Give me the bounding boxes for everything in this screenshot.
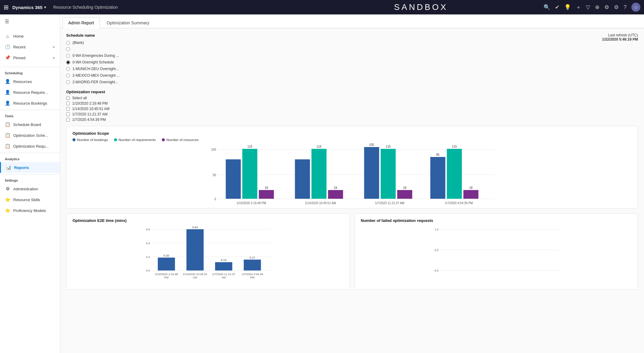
sidebar-item-resource-skills[interactable]: ⭐ Resource Skills xyxy=(0,194,60,205)
tab-optimization-summary[interactable]: Optimization Summary xyxy=(101,17,155,28)
optimization-request-label: Optimization request xyxy=(66,90,132,94)
checkbox-select-all[interactable]: Select all xyxy=(66,95,132,101)
check-icon[interactable]: ✔ xyxy=(555,4,559,11)
resource-skills-icon: ⭐ xyxy=(5,197,10,202)
legend-bookings-dot xyxy=(72,138,75,141)
sidebar-item-label: Recent xyxy=(13,45,50,49)
sidebar-item-schedule-board[interactable]: 📋 Schedule Board xyxy=(0,119,60,130)
svg-text:0.0: 0.0 xyxy=(434,269,438,272)
tabs-bar: Admin Report Optimization Summary xyxy=(60,14,644,28)
help-icon[interactable]: ? xyxy=(624,4,627,11)
settings-icon[interactable]: ⚙ xyxy=(604,4,609,11)
checkbox-label: 1/7/2020 4:54:39 PM xyxy=(72,118,106,122)
last-refresh-value: 1/22/2020 5:46:19 PM xyxy=(602,37,638,41)
sidebar-divider xyxy=(0,110,60,110)
schedule-radio-wa-overnight[interactable] xyxy=(66,60,70,64)
brand-chevron[interactable]: ▾ xyxy=(44,5,46,9)
sidebar-item-resources[interactable]: 👤 Resources xyxy=(0,76,60,87)
e2e-bar1 xyxy=(158,258,175,271)
svg-text:18: 18 xyxy=(334,186,337,189)
schedule-radio-munich[interactable] xyxy=(66,67,70,71)
req3-checkbox[interactable] xyxy=(66,112,70,116)
schedule-radio-blank[interactable] xyxy=(66,41,70,45)
bar-group3-bookings xyxy=(364,147,379,199)
sidebar-item-resource-bookings[interactable]: 👤 Resource Bookings xyxy=(0,98,60,109)
chevron-down-icon: ∨ xyxy=(53,45,55,49)
scope-title: Optimization Scope xyxy=(72,131,632,136)
sidebar-item-pinned[interactable]: 📌 Pinned ∨ xyxy=(0,52,60,63)
avatar[interactable]: U xyxy=(631,3,640,12)
sidebar-item-reports[interactable]: 📊 Reports xyxy=(0,162,60,173)
sidebar-divider xyxy=(0,153,60,153)
bar-group3-requirements xyxy=(381,149,396,199)
checkbox-req2[interactable]: 1/14/2020 10:45:51 AM xyxy=(66,106,132,112)
brand[interactable]: Dynamics 365 ▾ xyxy=(12,5,46,10)
schedule-radio-mexico[interactable] xyxy=(66,74,70,78)
svg-text:0.0: 0.0 xyxy=(146,269,150,272)
svg-text:0.20: 0.20 xyxy=(164,254,169,257)
sidebar-item-optimization-schedule[interactable]: 📋 Optimization Sche... xyxy=(0,130,60,141)
checkbox-label: 1/14/2020 10:45:51 AM xyxy=(72,107,109,111)
sidebar-group-analytics: Analytics xyxy=(0,154,60,162)
tab-label: Admin Report xyxy=(68,20,94,25)
sidebar-divider xyxy=(0,67,60,67)
opt-schedule-icon: 📋 xyxy=(5,133,10,138)
zoom-icon[interactable]: ⊕ xyxy=(595,4,599,11)
search-icon[interactable]: 🔍 xyxy=(544,4,550,11)
checkbox-req1[interactable]: 1/10/2020 2:16:48 PM xyxy=(66,101,132,106)
svg-text:AM: AM xyxy=(193,276,197,279)
svg-text:85: 85 xyxy=(436,153,440,156)
req4-checkbox[interactable] xyxy=(66,118,70,121)
legend-bookings: Number of bookings xyxy=(72,138,108,142)
filter-panel: Schedule name (Blank) 0-WA Emergencies D… xyxy=(66,33,132,122)
sidebar-item-administration[interactable]: ⚙ Administration xyxy=(0,183,60,194)
schedule-radio-madrid[interactable] xyxy=(66,80,70,84)
sidebar-group-scheduling: Scheduling xyxy=(0,68,60,76)
sidebar-item-label: Home xyxy=(13,34,55,38)
schedule-option-wa-overnight[interactable]: 0-WA Overnight Schedule xyxy=(66,60,132,65)
req2-checkbox[interactable] xyxy=(66,107,70,111)
svg-text:PM: PM xyxy=(250,276,254,279)
schedule-radio-empty[interactable] xyxy=(66,47,70,51)
sidebar-item-label: Pinned xyxy=(13,56,50,60)
bar-group2-resources xyxy=(328,190,343,199)
checkbox-req4[interactable]: 1/7/2020 4:54:39 PM xyxy=(66,117,132,122)
gear-icon[interactable]: ⚙ xyxy=(614,4,619,11)
sidebar-item-recent[interactable]: 🕐 Recent ∨ xyxy=(0,41,60,52)
failed-chart-title: Number of failed optimization requests xyxy=(361,218,632,223)
schedule-option-munich[interactable]: 1-MUNICH-DEU Overnight... xyxy=(66,66,132,72)
checkbox-req3[interactable]: 1/7/2020 11:21:37 AM xyxy=(66,112,132,117)
sidebar-item-proficiency-models[interactable]: ⭐ Proficiency Models xyxy=(0,205,60,216)
svg-text:0.17: 0.17 xyxy=(250,256,255,259)
bar-group1-requirements xyxy=(242,149,257,199)
schedule-option-mexico[interactable]: 2-MEXICO-MEX Overnight ... xyxy=(66,73,132,78)
app-title: Resource Scheduling Optimization xyxy=(53,5,298,10)
legend-resources-dot xyxy=(162,138,165,141)
tab-admin-report[interactable]: Admin Report xyxy=(63,17,100,28)
schedule-option-label: 1-MUNICH-DEU Overnight... xyxy=(72,67,119,71)
sidebar-item-home[interactable]: ⌂ Home xyxy=(0,31,60,41)
lightbulb-icon[interactable]: 💡 xyxy=(564,4,571,11)
req1-checkbox[interactable] xyxy=(66,102,70,105)
schedule-radio-wa-emergencies[interactable] xyxy=(66,54,70,58)
chevron-down-icon: ∨ xyxy=(53,56,55,60)
sidebar-item-optimization-requests[interactable]: 📋 Optimization Requ... xyxy=(0,141,60,152)
svg-text:0.2: 0.2 xyxy=(146,255,150,259)
pin-icon: 📌 xyxy=(5,55,10,60)
svg-text:1/14/2020 10:45:51: 1/14/2020 10:45:51 xyxy=(183,272,207,276)
sidebar-group-settings: Settings xyxy=(0,176,60,183)
filter-icon[interactable]: ▽ xyxy=(586,4,590,11)
schedule-option-blank[interactable]: (Blank) xyxy=(66,40,132,45)
svg-text:0.13: 0.13 xyxy=(221,258,226,262)
sidebar-item-resource-requirements[interactable]: 👤 Resource Require... xyxy=(0,87,60,98)
svg-text:PM: PM xyxy=(164,276,168,279)
e2e-bar3 xyxy=(215,262,232,271)
schedule-option-wa-emergencies[interactable]: 0-WA Emergencies During ... xyxy=(66,53,132,58)
select-all-checkbox[interactable] xyxy=(66,96,70,100)
add-icon[interactable]: ＋ xyxy=(576,4,581,11)
sidebar-toggle[interactable]: ☰ xyxy=(0,14,60,29)
svg-text:0: 0 xyxy=(214,198,216,201)
schedule-option-madrid[interactable]: 2-MADRID-FER Overnight... xyxy=(66,79,132,85)
schedule-option-empty[interactable] xyxy=(66,47,132,52)
apps-icon[interactable]: ⊞ xyxy=(4,4,9,11)
